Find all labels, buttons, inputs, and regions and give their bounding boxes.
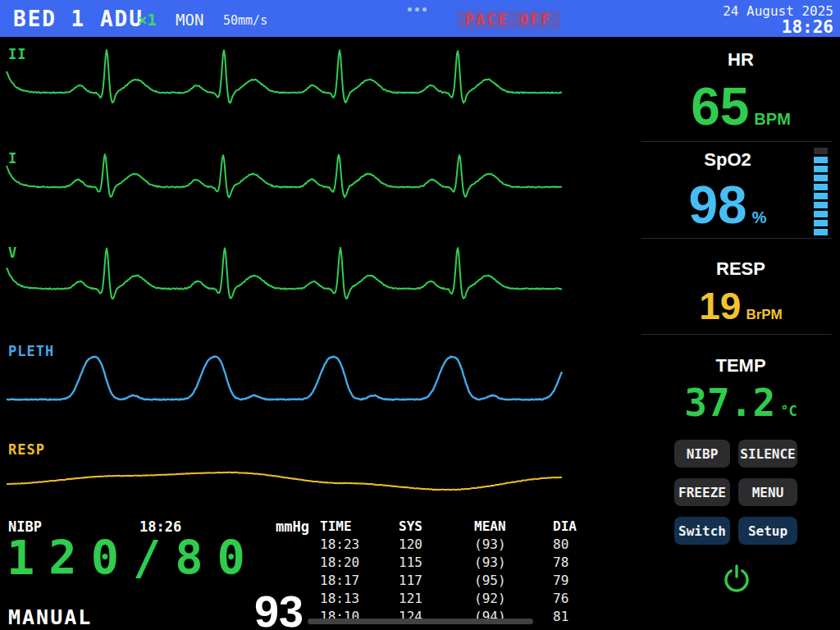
hr-value: 65: [691, 80, 749, 133]
nibp-table-cell: 18:20: [320, 555, 399, 569]
waveform-trace-lead-ii: [0, 38, 640, 135]
hr-label: HR: [641, 49, 840, 71]
nibp-table-cell: 18:17: [320, 573, 399, 587]
waveform-strip-pleth[interactable]: PLETH: [0, 336, 640, 435]
nibp-table-header: DIA: [553, 518, 602, 533]
waveform-trace-lead-i: [0, 135, 640, 242]
nibp-table-cell: 120: [399, 536, 474, 551]
nibp-table-cell: (93): [474, 555, 553, 569]
nibp-table-cell: 115: [399, 555, 474, 569]
hr-unit: BPM: [754, 110, 790, 129]
silence-button[interactable]: SILENCE: [738, 440, 797, 468]
overflow-menu-icon[interactable]: [408, 7, 427, 11]
menu-button[interactable]: MENU: [738, 478, 797, 506]
resp-label: RESP: [641, 258, 840, 280]
nibp-table-cell: (95): [474, 573, 553, 587]
nibp-table-cell: 78: [553, 555, 602, 569]
waveform-strip-resp[interactable]: RESP: [0, 435, 640, 513]
nibp-mode: MANUAL: [8, 605, 92, 629]
nibp-table-cell: 79: [553, 573, 602, 587]
temp-label: TEMP: [641, 355, 840, 377]
nibp-table-cell: 76: [553, 591, 602, 605]
nibp-table-cell: (92): [474, 591, 553, 605]
horizontal-scrollbar[interactable]: [308, 619, 533, 624]
setup-button[interactable]: Setup: [738, 517, 797, 545]
bed-label[interactable]: BED 1 ADU: [13, 7, 144, 31]
spo2-bar-segment: [814, 157, 828, 163]
hr-tile[interactable]: HR 65 BPM: [641, 49, 840, 133]
waveform-strip-lead-ii[interactable]: II: [0, 38, 640, 135]
spo2-label: SpO2: [641, 149, 814, 171]
nibp-reading: 120/80: [7, 535, 259, 582]
spo2-bar-segment: [814, 229, 828, 235]
temp-value: 37.2: [684, 384, 775, 422]
pace-status-badge: PACE OFF: [457, 10, 560, 30]
freeze-button[interactable]: FREEZE: [674, 478, 730, 506]
nibp-unit: mmHg: [276, 518, 309, 535]
nibp-mean-value: 93: [254, 589, 304, 630]
spo2-bar-segment: [814, 175, 828, 181]
nibp-table-header: MEAN: [474, 518, 553, 533]
resp-unit: BrPM: [746, 307, 782, 323]
waveform-strip-lead-v[interactable]: V: [0, 242, 640, 336]
panel-divider: [641, 334, 832, 335]
nibp-table-cell: (93): [474, 536, 553, 551]
spo2-bar-segment: [814, 220, 828, 226]
nibp-history-table: TIMESYSMEANDIA18:23120(93)8018:20115(93)…: [320, 518, 602, 623]
nibp-table-cell: 117: [399, 573, 474, 587]
resp-value: 19: [699, 287, 741, 325]
panel-divider: [641, 141, 832, 142]
spo2-bar-segment: [814, 148, 828, 154]
nibp-button[interactable]: NIBP: [674, 440, 730, 468]
waveform-strip-lead-i[interactable]: I: [0, 135, 640, 242]
spo2-value: 98: [689, 179, 747, 231]
nibp-table-cell: 18:13: [320, 591, 399, 605]
waveform-trace-pleth: [0, 336, 640, 435]
spo2-bar-segment: [814, 166, 828, 172]
nibp-table-cell: 18:23: [320, 536, 399, 551]
waveform-trace-lead-v: [0, 242, 640, 336]
spo2-bar-segment: [814, 211, 828, 217]
switch-button[interactable]: Switch: [674, 517, 730, 545]
nibp-table-header: TIME: [320, 518, 399, 533]
nibp-table-cell: 80: [553, 536, 602, 551]
waveform-trace-resp: [0, 435, 640, 513]
temp-tile[interactable]: TEMP 37.2 °C: [641, 355, 840, 422]
sweep-speed-label[interactable]: 50mm/s: [223, 13, 267, 28]
panel-divider: [641, 238, 832, 239]
spo2-bar-segment: [814, 202, 828, 208]
spo2-tile[interactable]: SpO2 98 %: [641, 149, 814, 231]
power-icon: [721, 564, 752, 595]
temp-unit: °C: [780, 403, 797, 419]
time-label: 18:26: [782, 17, 833, 37]
nibp-table-cell: 121: [399, 591, 474, 605]
nibp-table-header: SYS: [399, 518, 474, 533]
top-status-bar: BED 1 ADU ×1 MON 50mm/s PACE OFF 24 Augu…: [0, 0, 840, 37]
power-button[interactable]: [721, 564, 752, 595]
resp-tile[interactable]: RESP 19 BrPM: [641, 258, 840, 325]
spo2-signal-bar: [814, 148, 828, 235]
nibp-table-cell: 81: [553, 609, 602, 623]
spo2-bar-segment: [814, 193, 828, 199]
spo2-unit: %: [752, 208, 767, 227]
patient-monitor-screen: BED 1 ADU ×1 MON 50mm/s PACE OFF 24 Augu…: [0, 0, 840, 630]
monitor-mode-label[interactable]: MON: [176, 11, 203, 29]
ecg-gain-label[interactable]: ×1: [138, 11, 157, 29]
spo2-bar-segment: [814, 184, 828, 190]
